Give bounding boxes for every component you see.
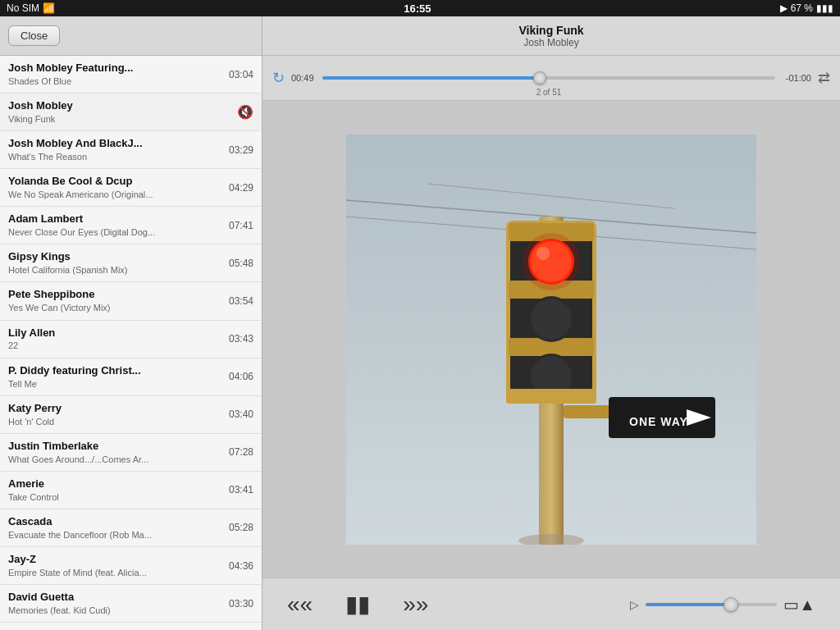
track-playing-icon: 🔇 <box>237 104 253 120</box>
status-left: No SIM 📶 <box>7 2 55 14</box>
airplay-icon[interactable]: ▭▲ <box>783 595 815 614</box>
track-artist: Cascada <box>8 515 220 529</box>
track-item[interactable]: Josh Mobley Featuring...Shades Of Blue03… <box>0 56 262 94</box>
track-info: Justin TimberlakeWhat Goes Around.../...… <box>8 440 220 465</box>
transport-controls: «« ▮▮ »» <box>287 591 428 618</box>
track-duration: 05:28 <box>225 522 253 533</box>
track-list-panel: Close Josh Mobley Featuring...Shades Of … <box>0 16 262 630</box>
wifi-icon: 📶 <box>43 2 55 14</box>
status-time: 16:55 <box>404 2 431 15</box>
track-info: P. Diddy featuring Christ...Tell Me <box>8 364 220 390</box>
track-list[interactable]: Josh Mobley Featuring...Shades Of Blue03… <box>0 56 262 630</box>
track-duration: 03:40 <box>225 409 253 420</box>
svg-text:ONE WAY: ONE WAY <box>629 415 688 428</box>
track-info: AmerieTake Control <box>8 477 220 503</box>
track-item[interactable]: Josh Mobley And BlackJ...What's The Reas… <box>0 131 262 169</box>
svg-rect-18 <box>506 389 596 404</box>
track-artist: Jay-Z <box>8 553 220 567</box>
track-duration: 04:29 <box>225 182 253 194</box>
pause-button[interactable]: ▮▮ <box>345 591 370 618</box>
track-artist: Josh Mobley Featuring... <box>8 62 220 75</box>
track-info: Jay-ZEmpire State of Mind (feat. Alicia.… <box>8 553 220 578</box>
track-song: Hotel California (Spanish Mix) <box>8 265 220 276</box>
track-duration: 03:29 <box>225 144 253 156</box>
battery-icon: ▮▮▮ <box>816 2 833 14</box>
track-artist: Josh Mobley <box>8 99 232 113</box>
svg-point-12 <box>531 241 572 282</box>
svg-point-15 <box>531 299 572 340</box>
now-playing-title: Viking Funk <box>518 24 583 37</box>
time-elapsed: 00:49 <box>291 73 316 83</box>
track-item[interactable]: Gipsy KingsHotel California (Spanish Mix… <box>0 244 262 282</box>
status-bar: No SIM 📶 16:55 ▶ 67 % ▮▮▮ <box>0 0 840 16</box>
track-song: 22 <box>8 340 220 351</box>
track-song: What's The Reason <box>8 152 220 162</box>
track-item[interactable]: Adam LambertNever Close Our Eyes (Digita… <box>0 207 262 244</box>
volume-track <box>646 603 777 606</box>
track-item[interactable]: AmerieTake Control03:41 <box>0 472 262 509</box>
shuffle-icon[interactable]: ⇄ <box>818 69 830 87</box>
track-artist: Gipsy Kings <box>8 250 220 264</box>
track-item[interactable]: CascadaEvacuate the Dancefloor (Rob Ma..… <box>0 509 262 547</box>
track-song: Never Close Our Eyes (Digital Dog... <box>8 227 220 238</box>
track-song: Memories (feat. Kid Cudi) <box>8 605 220 616</box>
battery-percent: 67 % <box>791 2 813 14</box>
track-song: Empire State of Mind (feat. Alicia... <box>8 568 220 578</box>
track-song: Hot 'n' Cold <box>8 417 220 427</box>
track-info: Josh MobleyViking Funk <box>8 99 232 125</box>
progress-bar-container[interactable]: 2 of 51 <box>322 71 775 85</box>
track-song: Take Control <box>8 492 220 503</box>
progress-thumb[interactable] <box>533 71 546 84</box>
track-artist: Katy Perry <box>8 402 220 416</box>
track-artist: Adam Lambert <box>8 212 220 226</box>
track-info: Yolanda Be Cool & DcupWe No Speak Americ… <box>8 175 220 200</box>
track-item[interactable]: Justin TimberlakeWhat Goes Around.../...… <box>0 434 262 472</box>
volume-low-icon: ▷ <box>630 598 639 611</box>
volume-thumb[interactable] <box>724 597 738 612</box>
svg-point-13 <box>536 247 550 260</box>
track-duration: 03:43 <box>225 333 253 345</box>
track-item[interactable]: P. Diddy featuring Christ...Tell Me04:06 <box>0 358 262 396</box>
track-artist: Josh Mobley And BlackJ... <box>8 137 220 151</box>
fast-forward-button[interactable]: »» <box>403 591 428 618</box>
now-playing-header: Viking Funk Josh Mobley <box>262 16 840 56</box>
right-panel: Viking Funk Josh Mobley ↻ 00:49 2 of 51 … <box>262 16 840 630</box>
track-item[interactable]: SeptemberCry for You (UK Radio Edit)02:4… <box>0 623 262 630</box>
track-duration: 04:06 <box>225 371 253 382</box>
repeat-icon[interactable]: ↻ <box>272 69 285 87</box>
progress-fill <box>322 76 540 80</box>
track-artist: Amerie <box>8 477 220 491</box>
track-item[interactable]: Katy PerryHot 'n' Cold03:40 <box>0 396 262 434</box>
volume-area: ▷ ▭▲ <box>630 595 815 614</box>
track-info: Pete SheppiboneYes We Can (Victory Mix) <box>8 288 220 313</box>
track-artist: P. Diddy featuring Christ... <box>8 364 220 378</box>
progress-area: ↻ 00:49 2 of 51 -01:00 ⇄ <box>262 56 840 101</box>
track-item[interactable]: Jay-ZEmpire State of Mind (feat. Alicia.… <box>0 547 262 585</box>
track-artist: Lily Allen <box>8 326 220 340</box>
track-item[interactable]: Josh MobleyViking Funk🔇 <box>0 94 262 131</box>
track-info: CascadaEvacuate the Dancefloor (Rob Ma..… <box>8 515 220 541</box>
track-duration: 04:36 <box>225 560 253 572</box>
track-song: Yes We Can (Victory Mix) <box>8 303 220 313</box>
track-duration: 03:54 <box>225 295 253 307</box>
play-status-icon: ▶ <box>780 2 788 14</box>
track-info: Adam LambertNever Close Our Eyes (Digita… <box>8 212 220 238</box>
track-info: Josh Mobley And BlackJ...What's The Reas… <box>8 137 220 162</box>
track-item[interactable]: Pete SheppiboneYes We Can (Victory Mix)0… <box>0 282 262 320</box>
track-info: Gipsy KingsHotel California (Spanish Mix… <box>8 250 220 276</box>
track-duration: 07:28 <box>225 446 253 458</box>
time-remaining: -01:00 <box>782 73 811 83</box>
track-artist: Justin Timberlake <box>8 440 220 454</box>
volume-bar-container[interactable] <box>646 597 777 612</box>
track-item[interactable]: Yolanda Be Cool & DcupWe No Speak Americ… <box>0 169 262 207</box>
track-item[interactable]: David GuettaMemories (feat. Kid Cudi)03:… <box>0 585 262 623</box>
track-duration: 07:41 <box>225 220 253 231</box>
track-duration: 03:41 <box>225 484 253 495</box>
rewind-button[interactable]: «« <box>287 591 313 618</box>
track-song: Tell Me <box>8 379 220 390</box>
track-item[interactable]: Lily Allen2203:43 <box>0 321 262 358</box>
status-right: ▶ 67 % ▮▮▮ <box>780 2 833 14</box>
track-song: What Goes Around.../...Comes Ar... <box>8 454 220 465</box>
track-info: Lily Allen22 <box>8 326 220 352</box>
close-button[interactable]: Close <box>8 25 60 46</box>
